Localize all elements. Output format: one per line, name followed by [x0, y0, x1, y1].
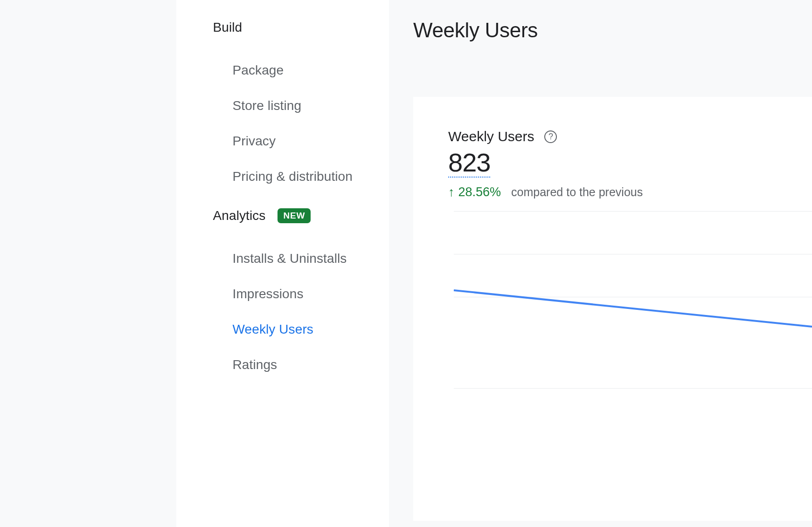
sidebar-item-weekly-users[interactable]: Weekly Users: [176, 312, 389, 347]
badge-new: NEW: [278, 208, 311, 223]
sidebar: Build Package Store listing Privacy Pric…: [176, 0, 389, 527]
sidebar-item-store-listing[interactable]: Store listing: [176, 88, 389, 123]
metric-change-pct: 28.56%: [458, 185, 501, 199]
chart-line-svg: [448, 211, 812, 425]
sidebar-item-label: Installs & Uninstalls: [233, 251, 347, 266]
metric-value: 823: [448, 149, 490, 178]
section-title-build: Build: [213, 20, 243, 35]
sidebar-item-label: Ratings: [233, 357, 278, 372]
arrow-up-icon: ↑: [448, 185, 455, 199]
chart-series-line: [454, 290, 812, 327]
metric-header: Weekly Users ?: [448, 129, 812, 144]
metric-compare-text: compared to the previous: [511, 185, 643, 199]
section-title-analytics: Analytics: [213, 208, 266, 223]
main-content: Weekly Users Weekly Users ? 823 ↑ 28.56%…: [389, 0, 812, 527]
sidebar-item-pricing-distribution[interactable]: Pricing & distribution: [176, 159, 389, 194]
metric-card: Weekly Users ? 823 ↑ 28.56% compared to …: [413, 97, 812, 521]
sidebar-item-label: Privacy: [233, 134, 276, 148]
sidebar-item-installs-uninstalls[interactable]: Installs & Uninstalls: [176, 241, 389, 276]
sidebar-item-ratings[interactable]: Ratings: [176, 347, 389, 383]
sidebar-item-package[interactable]: Package: [176, 53, 389, 88]
page-title: Weekly Users: [413, 19, 812, 42]
section-header-build: Build: [176, 20, 389, 35]
sidebar-item-label: Weekly Users: [233, 322, 313, 336]
help-icon[interactable]: ?: [544, 130, 557, 143]
sidebar-item-privacy[interactable]: Privacy: [176, 123, 389, 159]
left-gutter: [0, 0, 176, 527]
section-header-analytics: Analytics NEW: [176, 208, 389, 223]
sidebar-item-label: Pricing & distribution: [233, 169, 353, 184]
sidebar-item-impressions[interactable]: Impressions: [176, 276, 389, 312]
sidebar-item-label: Impressions: [233, 287, 304, 301]
metric-change: ↑ 28.56%: [448, 185, 501, 199]
weekly-users-chart: [448, 211, 812, 425]
metric-title: Weekly Users: [448, 129, 534, 144]
sidebar-item-label: Package: [233, 63, 284, 77]
metric-change-row: ↑ 28.56% compared to the previous: [448, 185, 812, 199]
sidebar-item-label: Store listing: [233, 98, 302, 113]
